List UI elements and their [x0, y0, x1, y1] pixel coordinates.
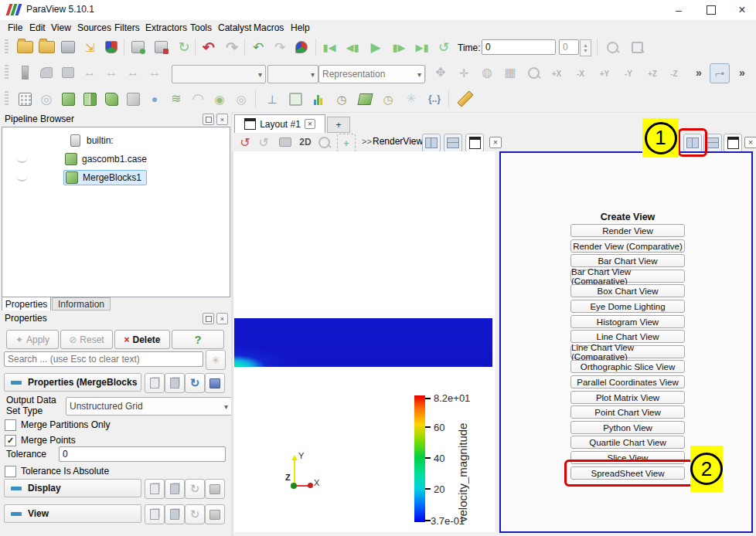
copy-display-icon[interactable] — [145, 479, 165, 499]
visibility-eye-icon[interactable] — [16, 174, 28, 181]
extract-selection-icon[interactable] — [286, 90, 305, 108]
create-line-chart-view-button[interactable]: Line Chart View — [570, 330, 685, 343]
disconnect-server-icon[interactable] — [152, 38, 170, 56]
create-bar-chart-view-comparative-button[interactable]: Bar Chart View (Comparative) — [570, 270, 685, 283]
create-plot-matrix-view-button[interactable]: Plot Matrix View — [570, 391, 685, 404]
merge-partitions-checkbox[interactable] — [5, 419, 16, 431]
create-box-chart-view-button[interactable]: Box Chart View — [570, 284, 685, 297]
stream-tracer-icon[interactable]: ≋ — [167, 90, 186, 108]
clip-icon[interactable] — [59, 90, 77, 108]
create-parallel-coordinates-view-button[interactable]: Parallel Coordinates View — [570, 375, 685, 388]
menu-file[interactable]: File — [3, 21, 27, 34]
save-view-icon[interactable] — [205, 504, 225, 524]
menu-help[interactable]: Help — [286, 21, 315, 34]
view-minus-x-button[interactable]: -X — [570, 64, 591, 83]
zoom-to-time-icon[interactable] — [603, 38, 621, 56]
save-data-icon[interactable] — [37, 38, 56, 56]
redo-icon[interactable]: ↷ — [223, 38, 241, 56]
slice-icon[interactable] — [80, 90, 99, 108]
render-view[interactable]: 8.2e+01 60 40 20 3.7e-01 velocity_magnit… — [233, 151, 495, 532]
connect-server-icon[interactable] — [128, 38, 147, 56]
zoom-box-icon[interactable] — [524, 63, 543, 82]
camera-redo-icon[interactable]: ↷ — [271, 38, 289, 56]
toggle-2d-mode-button[interactable]: 2D — [297, 134, 314, 151]
zoom-magnifier-icon[interactable] — [315, 134, 332, 151]
create-python-view-button[interactable]: Python View — [570, 421, 685, 434]
edit-colormap-icon[interactable] — [37, 63, 56, 82]
delete-button[interactable]: × Delete — [114, 330, 170, 349]
reset-session-icon[interactable]: ↻ — [175, 38, 193, 56]
center-axes-visibility-icon[interactable]: ⌐• — [710, 63, 730, 83]
search-options-gear-icon[interactable]: ✳ — [206, 350, 226, 370]
apply-button[interactable]: ✦ Apply — [6, 330, 59, 349]
create-render-view-button[interactable]: Render View — [570, 224, 685, 237]
split-vertical-button[interactable] — [444, 134, 462, 152]
undo-icon[interactable]: ↶ — [199, 38, 218, 56]
tab-layout-1[interactable]: Layout #1 × — [234, 114, 325, 133]
save-extracts-icon[interactable] — [102, 38, 121, 56]
last-frame-icon[interactable]: ▶▮ — [413, 38, 431, 56]
save-state-icon[interactable] — [59, 38, 77, 56]
section-view[interactable]: View — [4, 504, 141, 523]
maximize-view-button[interactable] — [465, 134, 484, 152]
threshold-icon[interactable] — [102, 90, 121, 108]
create-histogram-view-button[interactable]: Histogram View — [570, 315, 685, 328]
reset-defaults-icon[interactable]: ↻ — [185, 373, 205, 393]
plot-over-line-icon[interactable]: ⊥ — [263, 90, 281, 108]
reset-colormap-icon[interactable] — [59, 63, 77, 82]
pipeline-item-mergeblocks[interactable]: MergeBlocks1 — [2, 169, 230, 186]
rescale-data-range-icon[interactable]: ↔ — [80, 63, 99, 82]
tab-properties[interactable]: Properties — [2, 297, 51, 310]
view-plus-x-button[interactable]: +X — [546, 64, 567, 83]
reset-camera-icon[interactable]: ✥ — [431, 63, 450, 82]
paste-view-icon[interactable] — [165, 504, 185, 524]
plot-data-over-time-icon[interactable]: ◷ — [379, 90, 397, 108]
frame-spin-arrows[interactable]: ▲▼ — [580, 39, 591, 56]
play-icon[interactable]: ▶ — [366, 38, 385, 56]
calculator-icon[interactable] — [15, 90, 34, 108]
section-properties-mergeblocks[interactable]: Properties (MergeBlocks — [4, 373, 141, 392]
capture-screenshot-icon[interactable]: ⇲ — [80, 38, 99, 56]
zoom-to-data-icon[interactable]: ✛ — [455, 63, 473, 82]
visibility-eye-icon[interactable] — [16, 155, 28, 163]
output-type-combo[interactable]: Unstructured Grid ▾ — [66, 397, 232, 416]
pipeline-item-builtin[interactable]: builtin: — [2, 132, 230, 149]
float-dock-icon[interactable] — [203, 313, 214, 324]
tolerance-input[interactable] — [59, 446, 226, 462]
create-quartile-chart-view-button[interactable]: Quartile Chart View — [570, 436, 685, 449]
frame-spinbox[interactable] — [559, 39, 579, 55]
add-probe-icon[interactable]: + — [337, 134, 356, 152]
camera-undo-icon[interactable]: ↶ — [249, 38, 267, 56]
copy-properties-icon[interactable] — [145, 373, 165, 393]
record-animation-icon[interactable] — [628, 38, 646, 56]
split-horizontal-button[interactable] — [422, 134, 441, 152]
paste-display-icon[interactable] — [165, 479, 185, 499]
warp-icon[interactable]: ◠ — [189, 90, 207, 108]
minimize-button[interactable]: – — [663, 0, 694, 20]
paste-properties-icon[interactable] — [165, 373, 185, 393]
open-file-icon[interactable] — [15, 38, 34, 56]
maximize-view-button-right[interactable] — [724, 134, 742, 152]
menu-view[interactable]: View — [46, 21, 76, 34]
close-view-button-right[interactable]: × — [742, 134, 756, 151]
first-frame-icon[interactable]: ▮◀ — [320, 38, 339, 56]
create-eye-dome-lighting-button[interactable]: Eye Dome Lighting — [570, 300, 685, 313]
temporal-interpolator-icon[interactable]: ✳ — [402, 90, 421, 108]
save-display-icon[interactable] — [205, 479, 225, 499]
close-dock-icon[interactable]: × — [216, 313, 228, 324]
extract-subset-icon[interactable] — [124, 90, 142, 108]
representation-combo[interactable]: Representation ▾ — [318, 65, 425, 83]
search-input[interactable] — [4, 351, 203, 367]
section-display[interactable]: Display — [4, 479, 141, 497]
interact-pan-icon[interactable]: ↺ — [255, 134, 272, 151]
toolbar-overflow-button-2[interactable]: » — [733, 63, 751, 82]
histogram-icon[interactable] — [309, 90, 328, 108]
rotate-camera-icon[interactable]: ◍ — [478, 63, 496, 82]
zoom-closest-icon[interactable]: ▦ — [501, 63, 519, 82]
camera-icon[interactable] — [277, 134, 294, 151]
color-component-combo[interactable]: ▾ — [267, 65, 318, 83]
menu-macros[interactable]: Macros — [249, 21, 288, 34]
create-point-chart-view-button[interactable]: Point Chart View — [570, 405, 685, 419]
reset-display-icon[interactable]: ↻ — [185, 479, 205, 499]
menu-filters[interactable]: Filters — [110, 21, 145, 34]
